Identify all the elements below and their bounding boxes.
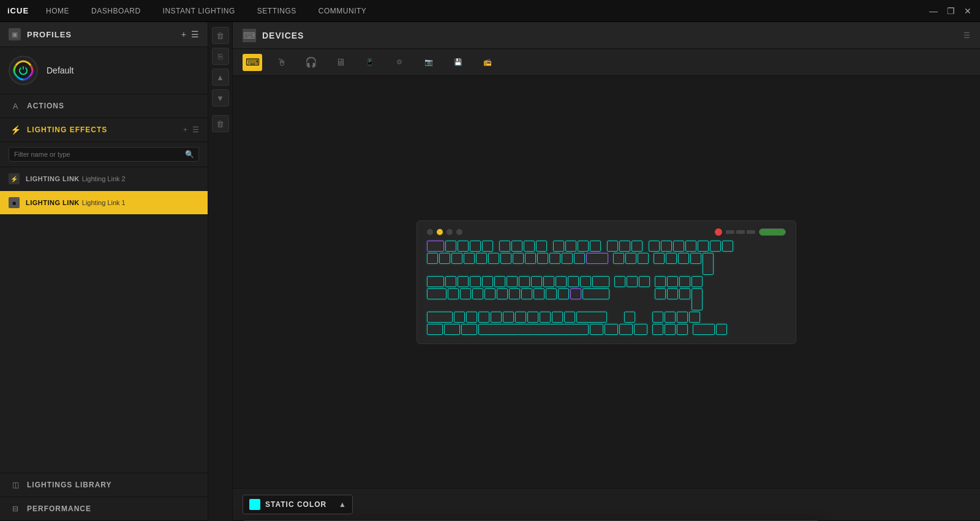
profiles-actions: + ☰ (181, 29, 199, 39)
nav-home[interactable]: HOME (43, 7, 72, 15)
keyboard-area (233, 76, 980, 488)
profiles-menu-button[interactable]: ☰ (191, 29, 199, 39)
kb-dot-3 (447, 229, 453, 235)
tab-monitor[interactable]: 🖥 (331, 54, 350, 71)
library-section[interactable]: ◫ LIGHTINGS LIBRARY (0, 473, 208, 497)
tool-copy[interactable]: ⎘ (212, 48, 229, 65)
nav-dashboard[interactable]: DASHBOARD (89, 7, 143, 15)
actions-title: ACTIONS (27, 102, 64, 110)
lighting-actions: + ☰ (183, 126, 199, 134)
link1-sub: Lighting Link 1 (82, 199, 126, 206)
profiles-add-button[interactable]: + (181, 29, 186, 39)
tab-device5[interactable]: ⚙ (390, 54, 409, 71)
minimize-button[interactable]: — (929, 6, 938, 16)
library-icon: ◫ (9, 478, 22, 492)
library-title: LIGHTINGS LIBRARY (27, 481, 112, 489)
tab-device6[interactable]: 📷 (419, 54, 439, 71)
lightning-icon: ⚡ (9, 123, 22, 137)
sidebar: ▣ PROFILES + ☰ (0, 22, 208, 521)
actions-section[interactable]: A ACTIONS (0, 94, 208, 118)
performance-title: PERFORMANCE (27, 504, 91, 513)
profiles-header: ▣ PROFILES + ☰ (0, 22, 208, 47)
keyboard-svg (427, 241, 786, 335)
tool-column: 🗑 ⎘ ▲ ▼ 🗑 (208, 22, 233, 521)
content-area: ⌨ DEVICES ☰ ⌨ 🖱 🎧 🖥 📱 ⚙ 📷 💾 📻 (233, 22, 980, 521)
nav-instant-lighting[interactable]: INSTANT LIGHTING (160, 7, 238, 15)
tab-headset[interactable]: 🎧 (301, 54, 321, 71)
link2-label: LIGHTING LINK (26, 175, 80, 182)
dropdown-bar: STATIC COLOR ▲ (233, 489, 980, 521)
filter-input[interactable] (9, 147, 199, 162)
kb-dot-1 (427, 229, 433, 235)
device-tabs: ⌨ 🖱 🎧 🖥 📱 ⚙ 📷 💾 📻 (233, 49, 980, 76)
close-button[interactable]: ✕ (963, 6, 973, 16)
actions-icon: A (9, 99, 22, 113)
profiles-icon: ▣ (9, 28, 21, 40)
tool-down[interactable]: ▼ (212, 89, 229, 107)
search-icon: 🔍 (185, 150, 194, 159)
lighting-add-button[interactable]: + (183, 126, 187, 134)
kb-dot-2 (437, 229, 443, 235)
tab-device4[interactable]: 📱 (360, 54, 380, 71)
nav-community[interactable]: COMMUNITY (316, 7, 369, 15)
lighting-item-link1[interactable]: ■ LIGHTING LINK Lighting Link 1 (0, 191, 208, 215)
keyboard-title-bar (427, 228, 786, 236)
profile-name: Default (47, 66, 74, 75)
performance-icon: ⊟ (9, 502, 22, 515)
profile-item[interactable]: Default (0, 47, 208, 94)
main-layout: ▣ PROFILES + ☰ (0, 22, 980, 521)
filter-bar: 🔍 (0, 142, 208, 167)
titlebar: iCUE HOME DASHBOARD INSTANT LIGHTING SET… (0, 0, 980, 22)
link1-label: LIGHTING LINK (26, 199, 80, 206)
keyboard-container (417, 220, 796, 344)
link1-icon: ■ (9, 197, 20, 208)
lighting-item-link2[interactable]: ⚡ LIGHTING LINK Lighting Link 2 (0, 167, 208, 191)
avatar (9, 56, 38, 85)
chevron-up-icon: ▲ (339, 500, 346, 509)
tool-delete[interactable]: 🗑 (212, 27, 229, 44)
dropdown-color-preview (249, 499, 260, 510)
link2-icon: ⚡ (9, 173, 20, 184)
kb-dot-4 (456, 229, 462, 235)
devices-menu-button[interactable]: ☰ (963, 31, 970, 40)
kb-power-indicator (759, 228, 786, 236)
effect-dropdown[interactable]: STATIC COLOR ▲ (243, 495, 353, 514)
devices-title: DEVICES (262, 31, 963, 40)
app-logo: iCUE (7, 6, 29, 15)
effects-panel: STATIC COLOR ▲ PREDEFINED SPIRAL RAINBOW… (233, 488, 980, 521)
nav-settings[interactable]: SETTINGS (255, 7, 299, 15)
profiles-title: PROFILES (27, 30, 181, 39)
devices-icon: ⌨ (243, 29, 256, 42)
lighting-effects-section[interactable]: ⚡ LIGHTING EFFECTS + ☰ (0, 118, 208, 142)
nav-bar: HOME DASHBOARD INSTANT LIGHTING SETTINGS… (43, 7, 929, 15)
tab-device8[interactable]: 📻 (478, 54, 497, 71)
sidebar-bottom: ◫ LIGHTINGS LIBRARY ⊟ PERFORMANCE (0, 473, 208, 521)
lighting-title: LIGHTING EFFECTS (27, 126, 107, 134)
tab-mouse[interactable]: 🖱 (272, 54, 292, 71)
maximize-button[interactable]: ❐ (946, 6, 956, 16)
tab-keyboard[interactable]: ⌨ (243, 54, 262, 71)
tab-device7[interactable]: 💾 (448, 54, 468, 71)
devices-header: ⌨ DEVICES ☰ (233, 22, 980, 49)
tool-trash2[interactable]: 🗑 (212, 115, 229, 132)
lighting-menu-button[interactable]: ☰ (192, 126, 199, 134)
tool-up[interactable]: ▲ (212, 69, 229, 86)
dropdown-label: STATIC COLOR (265, 500, 334, 509)
performance-section[interactable]: ⊟ PERFORMANCE (0, 497, 208, 521)
link2-sub: Lighting Link 2 (82, 175, 126, 182)
kb-status-red (715, 228, 722, 236)
window-controls: — ❐ ✕ (929, 6, 973, 16)
